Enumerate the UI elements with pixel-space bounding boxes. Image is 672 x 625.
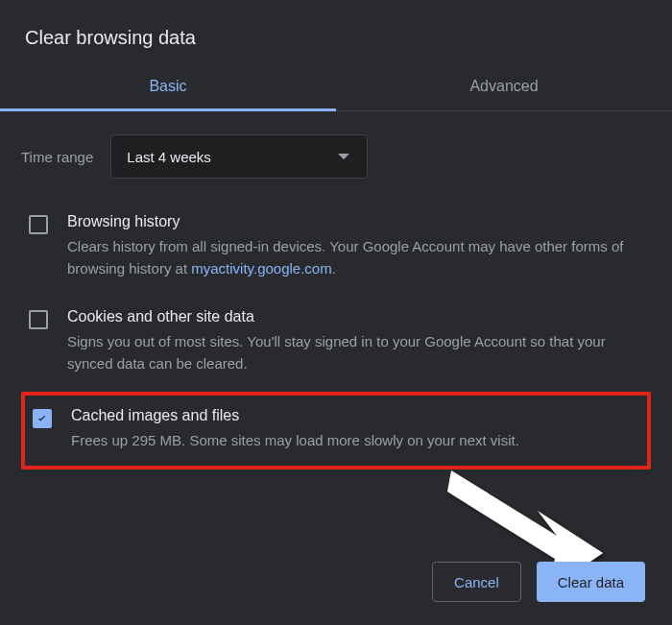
checkbox-cookies[interactable] [29, 310, 48, 329]
checkbox-cached-images[interactable] [33, 409, 52, 428]
dialog-title: Clear browsing data [0, 0, 672, 66]
tab-advanced[interactable]: Advanced [336, 66, 672, 110]
tab-basic-label: Basic [149, 78, 186, 94]
clear-data-button-label: Clear data [558, 574, 624, 590]
option-title: Cached images and files [71, 407, 639, 424]
time-range-select[interactable]: Last 4 weeks [110, 134, 368, 179]
tab-basic[interactable]: Basic [0, 66, 336, 111]
tab-advanced-label: Advanced [469, 78, 538, 94]
option-body: Browsing history Clears history from all… [67, 213, 643, 279]
option-body: Cookies and other site data Signs you ou… [67, 308, 643, 374]
option-cached-images: Cached images and files Frees up 295 MB.… [25, 396, 647, 466]
option-browsing-history: Browsing history Clears history from all… [21, 200, 651, 295]
options-list: Browsing history Clears history from all… [0, 188, 672, 469]
option-title: Browsing history [67, 213, 643, 230]
option-desc: Signs you out of most sites. You'll stay… [67, 331, 643, 374]
myactivity-link[interactable]: myactivity.google.com [191, 260, 331, 276]
cancel-button[interactable]: Cancel [432, 562, 521, 602]
option-title: Cookies and other site data [67, 308, 643, 325]
chevron-down-icon [338, 154, 349, 159]
time-range-label: Time range [21, 149, 93, 165]
annotation-highlight-box: Cached images and files Frees up 295 MB.… [21, 392, 651, 469]
time-range-row: Time range Last 4 weeks [0, 111, 672, 188]
tabs: Basic Advanced [0, 66, 672, 111]
clear-data-button[interactable]: Clear data [537, 562, 645, 602]
desc-text-post: . [332, 260, 336, 276]
clear-browsing-data-dialog: Clear browsing data Basic Advanced Time … [0, 0, 672, 625]
checkbox-browsing-history[interactable] [29, 215, 48, 234]
option-desc: Clears history from all signed-in device… [67, 236, 643, 279]
time-range-value: Last 4 weeks [127, 149, 211, 165]
desc-text-pre: Clears history from all signed-in device… [67, 238, 623, 276]
option-desc: Frees up 295 MB. Some sites may load mor… [71, 430, 639, 452]
option-body: Cached images and files Frees up 295 MB.… [71, 407, 639, 452]
dialog-footer: Cancel Clear data [432, 562, 645, 602]
cancel-button-label: Cancel [454, 574, 499, 590]
option-cookies: Cookies and other site data Signs you ou… [21, 295, 651, 390]
